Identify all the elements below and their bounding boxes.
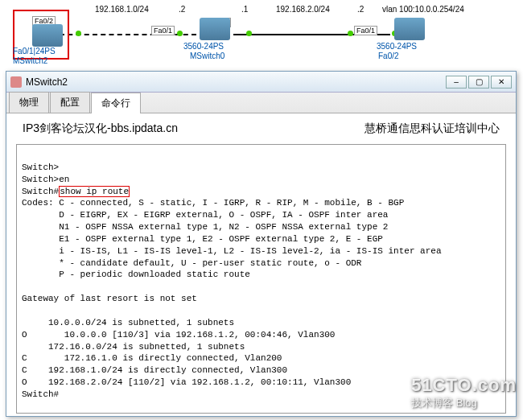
watermark-bot: 技术博客 Blog: [411, 396, 517, 410]
minimize-button[interactable]: –: [446, 76, 467, 89]
cli-pre: Switch> Switch>en: [22, 163, 69, 184]
titlebar[interactable]: MSwitch2 – ▢ ✕: [6, 72, 516, 93]
cli-command-highlight: show ip route: [59, 186, 130, 197]
topology-canvas: 192.168.1.0/24 .2 .1 192.168.2.0/24 .2 v…: [0, 0, 523, 71]
device-switch1[interactable]: [394, 18, 425, 40]
link-dot: [76, 31, 81, 36]
tab-cli[interactable]: 命令行: [91, 93, 141, 113]
right-model: 3560-24PS: [377, 42, 417, 51]
mid-model: 3560-24PS: [183, 42, 224, 51]
mid-name: MSwitch0: [190, 51, 224, 60]
window-title: MSwitch2: [26, 76, 446, 88]
window-icon: [10, 76, 22, 88]
link-dot: [246, 31, 252, 36]
addr-a1-1: .1: [241, 5, 248, 14]
net1-label: 192.168.1.0/24: [95, 5, 149, 14]
banner-row: IP3剑客论坛汉化-bbs.ipdata.cn 慧桥通信思科认证培训中心: [6, 113, 516, 144]
device-mswitch0[interactable]: [200, 18, 230, 40]
banner-left: IP3剑客论坛汉化-bbs.ipdata.cn: [23, 121, 178, 136]
link-dot: [348, 31, 353, 36]
maximize-button[interactable]: ▢: [468, 76, 489, 89]
watermark: 51CTO.com 技术博客 Blog: [411, 375, 517, 410]
tab-config[interactable]: 配置: [50, 92, 90, 113]
tabs-row: 物理 配置 命令行: [6, 93, 516, 113]
left-model: Fa0/1|24PS: [13, 47, 56, 56]
cli-body: Codes: C - connected, S - static, I - IG…: [22, 198, 442, 399]
cli-output[interactable]: Switch> Switch>en Switch#show ip route C…: [16, 144, 506, 414]
tab-physical[interactable]: 物理: [9, 92, 49, 113]
port-fa01-right: Fa0/1: [354, 26, 377, 35]
addr-a2-1: .2: [179, 5, 185, 14]
cli-prompt3: Switch#: [22, 187, 59, 196]
watermark-top: 51CTO.com: [411, 375, 517, 396]
net2-label: 192.168.2.0/24: [276, 5, 330, 14]
vlan100-label: vlan 100:10.0.0.254/24: [382, 5, 464, 14]
banner-right: 慧桥通信思科认证培训中心: [364, 121, 500, 136]
port-fa01-mid-l: Fa0/1: [151, 26, 175, 35]
left-name: MSwitch2: [13, 56, 47, 65]
right-port: Fa0/2: [378, 51, 399, 60]
link-dot: [177, 31, 183, 36]
close-button[interactable]: ✕: [491, 76, 512, 89]
addr-a2-2: .2: [357, 5, 364, 14]
terminal-window: MSwitch2 – ▢ ✕ 物理 配置 命令行 IP3剑客论坛汉化-bbs.i…: [6, 71, 517, 417]
